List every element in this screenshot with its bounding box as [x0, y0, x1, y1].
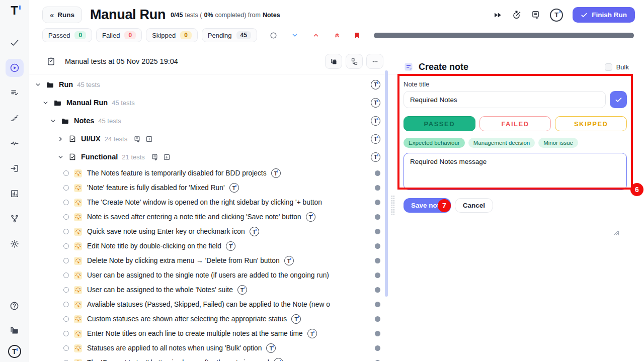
test-title[interactable]: 'Note' feature is fully disabled for 'Mi… [87, 184, 225, 192]
chevron-down-icon[interactable] [57, 154, 64, 160]
timer-icon[interactable] [512, 10, 521, 20]
finish-run-button[interactable]: Finish Run [573, 7, 635, 23]
filter-chip-pending[interactable]: Pending45 [202, 28, 257, 42]
test-title[interactable]: Custom statuses are shown after selectin… [87, 315, 287, 323]
chevron-down-icon[interactable] [42, 100, 49, 106]
test-status-radio[interactable] [63, 273, 69, 278]
chevron-down-filter-icon[interactable] [288, 32, 301, 39]
fast-forward-icon[interactable] [493, 11, 502, 20]
panel-resize-handle[interactable] [391, 195, 395, 215]
double-chevron-up-filter-icon[interactable] [331, 32, 344, 39]
add-note-icon[interactable] [531, 10, 540, 20]
more-options-button[interactable] [366, 54, 383, 69]
test-status-radio[interactable] [63, 243, 69, 249]
test-status-radio[interactable] [63, 229, 69, 234]
note-tag[interactable]: Minor issue [538, 138, 578, 148]
test-title[interactable]: Delete Note by clicking extra menu → 'De… [87, 257, 280, 264]
test-status-radio[interactable] [63, 258, 69, 263]
testomat-badge-icon[interactable]: T [284, 256, 294, 265]
test-title[interactable]: The 'Convert to test' button is shown af… [87, 359, 269, 361]
note-message-textarea[interactable] [404, 153, 627, 190]
testomat-badge-icon[interactable]: T [266, 343, 276, 353]
sidebar-item-check-icon[interactable] [6, 34, 24, 52]
suite-name[interactable]: Notes [74, 117, 94, 125]
test-status-radio[interactable] [63, 360, 69, 361]
tree-scrollbar[interactable] [385, 70, 388, 297]
bulk-toggle[interactable]: Bulk [605, 63, 629, 71]
add-test-icon[interactable] [163, 153, 171, 161]
test-title[interactable]: The Notes feature is temporarily disable… [87, 169, 267, 177]
suite-name[interactable]: UI/UX [81, 135, 101, 143]
testomat-badge-icon[interactable]: T [229, 183, 239, 193]
add-note-icon[interactable] [151, 153, 158, 161]
testomat-badge-icon[interactable]: T [237, 285, 247, 295]
cancel-button[interactable]: Cancel [455, 198, 493, 213]
bulk-checkbox[interactable] [605, 63, 612, 71]
sidebar-item-steps-icon[interactable] [6, 109, 24, 127]
test-status-radio[interactable] [63, 331, 69, 336]
status-circle-filter-icon[interactable] [267, 32, 280, 39]
testomat-badge-icon[interactable]: T [226, 241, 235, 251]
test-status-radio[interactable] [63, 200, 69, 205]
textarea-resize-grip[interactable] [614, 231, 619, 235]
testomat-badge-icon[interactable]: T [307, 329, 317, 338]
note-tag[interactable]: Expected behaviour [404, 138, 465, 148]
test-title[interactable]: Edit Note title by double-clicking on th… [87, 242, 221, 250]
test-status-radio[interactable] [63, 287, 69, 293]
testomat-badge-icon[interactable]: T [291, 314, 301, 324]
copy-button[interactable] [325, 54, 342, 69]
note-tag[interactable]: Management decision [468, 138, 535, 148]
filter-chip-skipped[interactable]: Skipped0 [146, 28, 198, 42]
add-note-icon[interactable] [133, 135, 141, 143]
filter-chip-passed[interactable]: Passed0 [42, 28, 92, 42]
sidebar-item-branch-icon[interactable] [6, 210, 24, 228]
testomat-badge-icon[interactable]: T [371, 116, 380, 126]
test-title[interactable]: Enter Note titles on each line to create… [87, 330, 303, 337]
test-title[interactable]: Avaliable statuses (Passed, Skipped, Fai… [87, 301, 330, 308]
testomat-badge-icon[interactable]: T [371, 152, 380, 162]
testomat-badge-icon[interactable]: T [371, 80, 380, 89]
testomat-badge-icon[interactable]: T [371, 98, 380, 108]
status-button-skipped[interactable]: SKIPPED [555, 116, 627, 131]
test-title[interactable]: User can be assigned to the single note … [87, 272, 329, 279]
sidebar-item-import-icon[interactable] [6, 159, 24, 177]
test-status-radio[interactable] [63, 345, 69, 351]
testomat-badge-icon[interactable]: T [371, 134, 380, 144]
sidebar-item-activity-icon[interactable] [6, 134, 24, 152]
test-title[interactable]: User can be assigned to the whole 'Notes… [87, 286, 233, 294]
quick-save-button[interactable] [610, 91, 627, 108]
suite-name[interactable]: Manual Run [66, 99, 108, 107]
bookmark-filter-icon[interactable] [351, 32, 364, 39]
sidebar-item-list-check-icon[interactable] [6, 84, 24, 102]
tree-view-button[interactable] [346, 54, 363, 69]
chevron-right-icon[interactable] [57, 136, 64, 142]
testomat-avatar-icon[interactable]: T [8, 345, 21, 358]
testomat-badge-icon[interactable]: T [550, 9, 563, 22]
add-test-icon[interactable] [145, 135, 153, 143]
test-status-radio[interactable] [63, 302, 69, 307]
testomat-badge-icon[interactable]: T [274, 358, 283, 361]
sidebar-item-gear-icon[interactable] [6, 235, 24, 253]
test-status-radio[interactable] [63, 214, 69, 220]
status-button-failed[interactable]: FAILED [479, 116, 551, 131]
back-to-runs-button[interactable]: « Runs [42, 7, 82, 23]
testomat-badge-icon[interactable]: T [271, 168, 281, 178]
chevron-up-filter-icon[interactable] [309, 32, 323, 39]
chevron-down-icon[interactable] [49, 118, 56, 124]
note-title-input[interactable] [404, 91, 606, 108]
test-title[interactable]: Quick save note using Enter key or check… [87, 228, 245, 235]
filter-chip-failed[interactable]: Failed0 [96, 28, 142, 42]
test-title[interactable]: The 'Create Note' window is opened on th… [87, 199, 322, 206]
sidebar-item-bar-chart-icon[interactable] [6, 185, 24, 203]
test-title[interactable]: Statuses are applied to all notes when u… [87, 344, 262, 352]
testomat-logo[interactable]: T [11, 5, 18, 17]
suite-name[interactable]: Run [59, 80, 73, 88]
help-icon[interactable] [6, 297, 24, 315]
test-status-radio[interactable] [63, 316, 69, 322]
suite-name[interactable]: Functional [81, 153, 118, 161]
testomat-badge-icon[interactable]: T [250, 227, 259, 236]
sidebar-item-play-circle-icon[interactable] [6, 59, 24, 77]
testomat-badge-icon[interactable]: T [306, 212, 315, 222]
test-title[interactable]: Note is saved after entering a note titl… [87, 213, 301, 221]
chevron-down-icon[interactable] [34, 81, 41, 88]
